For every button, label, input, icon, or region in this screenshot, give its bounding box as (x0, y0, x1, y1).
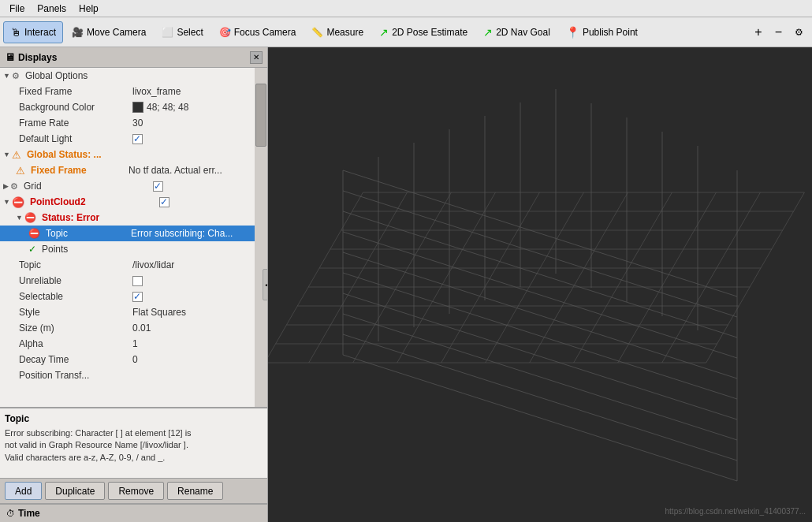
status-panel-title: Topic (5, 413, 263, 424)
select-icon: ⬜ (162, 27, 173, 38)
pose-label: 2D Pose Estimate (392, 27, 467, 38)
gear-icon-global: ⚙ (12, 71, 20, 81)
svg-line-37 (486, 192, 584, 363)
menu-help[interactable]: Help (73, 2, 105, 16)
select-button[interactable]: ⬜ Select (155, 21, 210, 43)
frame-rate-label: Frame Rate (16, 117, 132, 129)
unreliable-checkbox[interactable] (132, 276, 143, 286)
selectable-row[interactable]: Selectable (0, 289, 255, 304)
alpha-row[interactable]: Alpha 1 (0, 336, 255, 352)
displays-header: 🖥 Displays ✕ (0, 47, 267, 68)
default-light-value[interactable] (132, 133, 253, 144)
svg-line-40 (618, 192, 717, 363)
fixed-frame-row[interactable]: Fixed Frame livox_frame (0, 84, 255, 99)
left-panel: 🖥 Displays ✕ ▼ ⚙ Global Options Fixed Fr… (0, 47, 268, 522)
global-status-row[interactable]: ▼ ⚠ Global Status: ... (0, 147, 255, 162)
displays-label: Displays (18, 52, 57, 63)
tree-panel[interactable]: ▼ ⚙ Global Options Fixed Frame livox_fra… (0, 68, 267, 407)
check-icon-points: ✓ (28, 244, 36, 255)
settings-button[interactable]: ⚙ (789, 21, 809, 43)
panel-collapse-handle[interactable]: ◀ (263, 269, 268, 300)
alpha-value: 1 (132, 338, 253, 349)
publish-point-button[interactable]: 📍 Publish Point (559, 21, 645, 43)
unreliable-row[interactable]: Unreliable (0, 273, 255, 289)
topic-error-label: Topic (43, 228, 131, 239)
svg-line-35 (397, 192, 496, 363)
remove-button[interactable]: Remove (108, 482, 164, 500)
viewport[interactable]: .grid-line { stroke: #555555; stroke-wid… (268, 47, 812, 522)
svg-line-36 (441, 192, 540, 363)
background-color-row[interactable]: Background Color 48; 48; 48 (0, 99, 255, 115)
svg-line-41 (662, 192, 761, 363)
fixed-frame-label: Fixed Frame (16, 86, 132, 97)
fixed-frame-value: livox_frame (132, 86, 253, 97)
duplicate-button[interactable]: Duplicate (45, 482, 105, 500)
global-options-row[interactable]: ▼ ⚙ Global Options (0, 68, 255, 84)
interact-button[interactable]: 🖱 Interact (3, 21, 63, 43)
add-display-button[interactable]: + (749, 21, 767, 43)
select-label: Select (177, 27, 203, 38)
frame-rate-row[interactable]: Frame Rate 30 (0, 115, 255, 131)
focus-icon: 🎯 (219, 27, 231, 38)
scrollbar-thumb[interactable] (255, 84, 266, 147)
menu-bar: File Panels Help (0, 0, 812, 17)
pointcloud2-row[interactable]: ▼ ⛔ PointCloud2 (0, 194, 255, 210)
status-panel-text: Error subscribing: Character [ ] at elem… (5, 427, 263, 464)
default-light-checkbox[interactable] (132, 134, 143, 144)
grid-enable-checkbox[interactable] (153, 181, 163, 192)
unreliable-label: Unreliable (16, 275, 132, 286)
pc2-enable-checkbox[interactable] (159, 197, 169, 207)
warning-icon-ff: ⚠ (16, 165, 25, 177)
size-label: Size (m) (16, 323, 132, 334)
3d-grid (268, 47, 812, 522)
nav-goal-button[interactable]: ↗ 2D Nav Goal (476, 21, 557, 43)
status-error-row[interactable]: ▼ ⛔ Status: Error (0, 210, 255, 226)
svg-line-42 (706, 192, 805, 363)
grid-row[interactable]: ▶ ⚙ Grid (0, 178, 255, 194)
topic-value: /livox/lidar (132, 259, 253, 270)
error-icon-pc2: ⛔ (12, 196, 24, 208)
global-options-label: Global Options (22, 70, 155, 81)
style-row[interactable]: Style Flat Squares (0, 304, 255, 320)
time-icon: ⏱ (6, 509, 15, 518)
selectable-value[interactable] (132, 291, 253, 302)
pointcloud2-checkbox[interactable] (159, 196, 253, 207)
topic-row[interactable]: Topic /livox/lidar (0, 257, 255, 273)
style-value: Flat Squares (132, 307, 253, 318)
add-button[interactable]: Add (5, 482, 42, 500)
selectable-checkbox[interactable] (132, 292, 143, 302)
grid-checkbox[interactable] (153, 181, 253, 192)
measure-icon: 📏 (311, 27, 323, 38)
remove-display-button[interactable]: − (769, 21, 788, 43)
bottom-buttons: Add Duplicate Remove Rename (0, 478, 267, 503)
fixed-frame-status-row[interactable]: ⚠ Fixed Frame No tf data. Actual err... (0, 162, 255, 178)
points-row[interactable]: ✓ Points (0, 241, 255, 257)
points-label: Points (39, 244, 171, 255)
color-swatch (132, 102, 143, 113)
monitor-icon: 🖥 (5, 51, 15, 63)
menu-panels[interactable]: Panels (31, 2, 73, 16)
nav-label: 2D Nav Goal (496, 27, 550, 38)
grid-label: Grid (20, 181, 153, 192)
move-camera-button[interactable]: 🎥 Move Camera (65, 21, 153, 43)
topic-error-value: Error subscribing: Cha... (131, 228, 253, 239)
expand-arrow-global: ▼ (3, 72, 10, 80)
rename-button[interactable]: Rename (167, 482, 223, 500)
scrollbar-track[interactable] (255, 68, 267, 407)
measure-button[interactable]: 📏 Measure (304, 21, 371, 43)
status-error-label: Status: Error (39, 212, 171, 223)
size-row[interactable]: Size (m) 0.01 (0, 320, 255, 336)
decay-time-row[interactable]: Decay Time 0 (0, 352, 255, 367)
menu-file[interactable]: File (3, 2, 31, 16)
close-displays-button[interactable]: ✕ (250, 51, 263, 64)
focus-camera-button[interactable]: 🎯 Focus Camera (212, 21, 304, 43)
svg-line-34 (353, 192, 452, 363)
pose-estimate-button[interactable]: ↗ 2D Pose Estimate (372, 21, 475, 43)
svg-line-33 (309, 192, 408, 363)
watermark: https://blog.csdn.net/weixin_41400377... (665, 507, 806, 516)
displays-title: 🖥 Displays (5, 51, 57, 63)
default-light-row[interactable]: Default Light (0, 131, 255, 147)
unreliable-value[interactable] (132, 275, 253, 286)
position-transf-row[interactable]: Position Transf... (0, 367, 255, 383)
topic-error-row[interactable]: ⛔ Topic Error subscribing: Cha... (0, 226, 255, 241)
